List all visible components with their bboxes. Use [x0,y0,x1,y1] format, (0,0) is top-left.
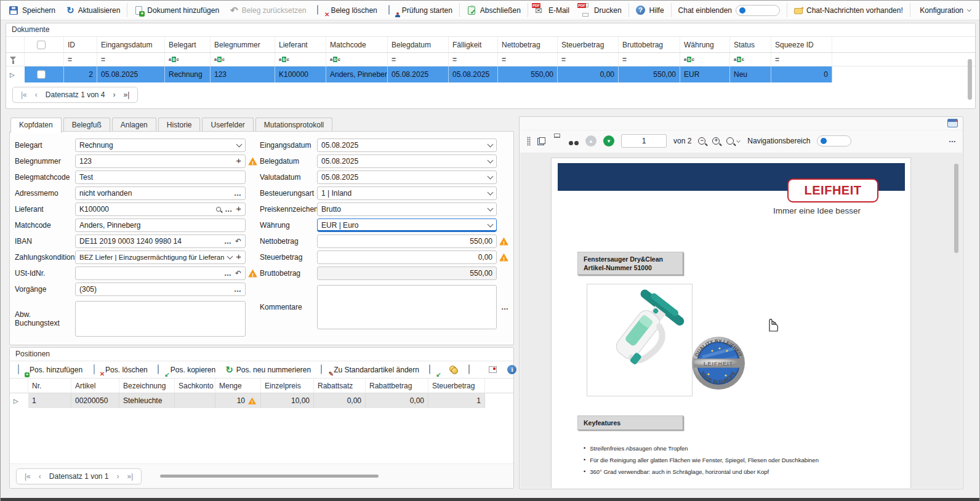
column-header-eingangsdatum[interactable]: Eingangsdatum [97,37,165,53]
vorgaenge-input[interactable]: (305) [75,283,246,296]
belegmatchcode-input[interactable]: Test [75,170,246,184]
column-header-faelligkeit[interactable]: Fälligkeit [449,37,498,53]
chevron-down-icon[interactable] [227,253,233,259]
column-header-status[interactable]: Status [730,37,771,53]
filter-waehrung[interactable] [680,53,730,66]
column-header-lieferant[interactable]: Lieferant [275,37,326,53]
zoom-out-icon[interactable]: − [698,137,705,145]
filter-squeeze-id[interactable] [771,53,832,66]
select-all-checkbox[interactable] [37,41,46,49]
adressmemo-input[interactable]: nicht vorhanden [75,186,246,200]
more-icon[interactable] [234,285,241,294]
tab-historie[interactable]: Historie [158,118,201,132]
record-window-button[interactable] [484,363,502,377]
help-button[interactable]: Hilfe [630,1,670,20]
chevron-down-icon[interactable] [488,173,494,179]
belegart-select[interactable]: Rechnung [75,138,246,152]
documents-row-selected[interactable]: ▷ 2 05.08.2025 Rechnung 123 K100000 Ande… [6,66,975,82]
chat-messages-button[interactable]: Chat-Nachrichten vorhanden! [789,1,909,20]
email-button[interactable]: E-Mail [529,1,575,20]
page-thumbnails-icon[interactable] [537,137,545,145]
waehrung-select[interactable]: EUR | Euro [317,218,497,232]
matchcode-input[interactable]: Anders, Pinneberg [75,218,246,232]
pos-column-bezeichnung[interactable]: Bezeichnung [119,379,175,393]
pdf-document-area[interactable]: LEIFHEIT Immer eine Idee besser Fensters… [520,153,962,488]
more-icon[interactable] [234,189,241,198]
filter-steuerbetrag[interactable] [558,53,619,66]
previous-page-button[interactable]: ▲ [585,135,596,146]
pager-prev-button[interactable] [35,90,38,99]
refresh-button[interactable]: ↻ Aktualisieren [61,1,126,20]
eingangsdatum-select[interactable]: 05.08.2025 [317,138,497,152]
reset-document-button[interactable]: ↶ Beleg zurücksetzen [225,1,311,20]
prices-button[interactable] [444,363,463,377]
more-icon[interactable] [225,205,232,214]
belegnummer-input[interactable]: 123 [75,154,246,168]
chevron-down-icon[interactable] [488,205,494,211]
zoom-mode-dropdown[interactable] [726,137,741,145]
more-icon[interactable] [501,303,508,311]
pager-first-button[interactable] [25,472,31,481]
column-header-id[interactable]: ID [64,37,97,53]
pdf-scrollbar[interactable] [954,164,958,253]
pager-prev-button[interactable] [39,472,41,481]
position-renumber-button[interactable]: ↻ Pos. neu nummerieren [221,363,315,377]
search-binoculars-icon[interactable] [569,138,579,145]
delete-document-button[interactable]: Beleg löschen [311,1,382,20]
pos-column-rabattbetrag[interactable]: Rabattbetrag [366,379,428,393]
chevron-down-icon[interactable] [488,157,494,163]
tab-anlagen[interactable]: Anlagen [112,118,156,132]
filter-bruttobetrag[interactable] [619,53,680,66]
add-icon[interactable] [236,253,241,262]
more-icon[interactable] [224,237,231,246]
column-header-nettobetrag[interactable]: Nettobetrag [498,37,558,53]
filter-eingangsdatum[interactable] [97,53,165,66]
pos-column-einzelpreis[interactable]: Einzelpreis [261,379,314,393]
filter-faelligkeit[interactable] [449,53,498,66]
page-number-input[interactable]: 1 [621,134,667,148]
chat-toggle-switch[interactable] [736,5,780,16]
position-delete-button[interactable]: Pos. löschen [88,363,152,377]
row-checkbox[interactable] [37,70,46,79]
pager-first-button[interactable] [21,90,27,99]
add-icon[interactable] [236,205,241,214]
add-document-button[interactable]: Dokument hinzufügen [129,1,225,20]
row-expander[interactable]: ▷ [10,393,28,408]
column-header-matchcode[interactable]: Matchcode [326,37,388,53]
belegdatum-select[interactable]: 05.08.2025 [317,154,497,168]
save-button[interactable]: Speichern [3,1,61,20]
column-header-squeeze-id[interactable]: Squeeze ID [771,37,832,53]
filter-matchcode[interactable] [326,53,388,66]
preiskennzeichen-select[interactable]: Brutto [317,202,497,216]
finish-button[interactable]: Abschließen [461,1,526,20]
filter-id[interactable] [64,53,97,66]
undo-icon[interactable] [235,269,241,278]
tab-mutationsprotokoll[interactable]: Mutationsprotokoll [255,118,332,132]
documents-scrollbar[interactable] [968,59,972,100]
filter-belegnummer[interactable] [211,53,275,66]
pager-last-button[interactable] [127,472,134,481]
position-add-button[interactable]: Pos. hinzufügen [12,363,87,377]
more-options-button[interactable] [949,135,957,144]
filter-belegart[interactable] [165,53,211,66]
valutadatum-select[interactable]: 05.08.2025 [317,170,497,184]
pos-column-artikel[interactable]: Artikel [71,379,119,393]
checkbox-column-header[interactable] [25,37,64,53]
next-page-button[interactable]: ▼ [603,135,614,146]
filter-icon-cell[interactable] [6,53,25,66]
add-icon[interactable] [236,157,241,166]
configuration-menu[interactable]: Konfiguration [914,1,977,20]
undo-icon[interactable] [235,237,241,246]
chevron-down-icon[interactable] [236,141,243,147]
filter-status[interactable] [730,53,771,66]
to-standard-article-button[interactable]: Zu Standardartikel ändern [316,363,424,377]
nettobetrag-input[interactable]: 550,00 [317,234,497,248]
ustidnr-input[interactable] [75,267,246,280]
start-check-button[interactable]: Prüfung starten [383,1,458,20]
tab-belegfuss[interactable]: Belegfuß [63,118,110,132]
pos-column-sachkonto[interactable]: Sachkonto [175,379,215,393]
tab-kopfdaten[interactable]: Kopfdaten [10,118,62,133]
positions-horizontal-scrollbar[interactable] [160,475,379,478]
column-header-steuerbetrag[interactable]: Steuerbetrag [558,37,619,53]
abw-buchungstext-textarea[interactable] [75,301,246,337]
